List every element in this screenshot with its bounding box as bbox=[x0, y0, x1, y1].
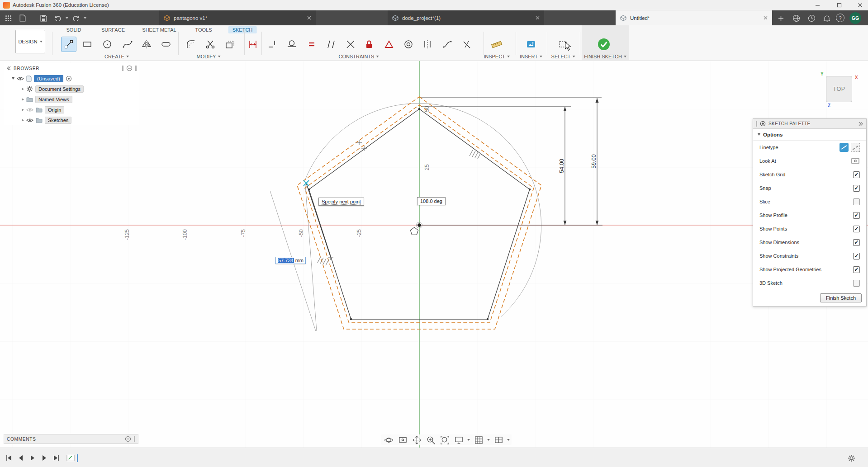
constraints-group-label[interactable]: CONSTRAINTS bbox=[339, 54, 379, 59]
circle-tool-button[interactable] bbox=[100, 37, 114, 52]
expand-arrow-icon[interactable] bbox=[22, 119, 24, 122]
redo-dropdown-caret[interactable] bbox=[81, 14, 90, 23]
tab-label[interactable]: dode_project*(1) bbox=[402, 15, 532, 21]
ribbon-tab-sheet-metal[interactable]: SHEET METAL bbox=[138, 26, 180, 33]
inspect-group-label[interactable]: INSPECT bbox=[484, 54, 510, 59]
curvature-constraint-button[interactable] bbox=[440, 37, 455, 52]
timeline-position-marker[interactable] bbox=[77, 454, 78, 462]
browser-item-label[interactable]: Named Views bbox=[35, 96, 72, 103]
save-icon[interactable] bbox=[39, 14, 48, 23]
browser-item-label[interactable]: Origin bbox=[45, 106, 64, 113]
new-tab-button[interactable] bbox=[776, 14, 785, 23]
close-tab-icon[interactable] bbox=[536, 16, 540, 20]
panel-grip[interactable] bbox=[756, 121, 757, 127]
break-link-button[interactable] bbox=[460, 37, 474, 52]
tab-label[interactable]: Untitled* bbox=[630, 15, 760, 21]
look-at-button[interactable] bbox=[397, 434, 408, 445]
section-expand-icon[interactable] bbox=[758, 133, 760, 136]
document-tab-3-active[interactable]: Untitled* bbox=[616, 10, 772, 25]
file-menu-icon[interactable] bbox=[18, 14, 27, 23]
spline-tool-button[interactable] bbox=[120, 37, 135, 52]
options-section-header[interactable]: Options bbox=[753, 129, 866, 141]
visibility-eye-icon[interactable] bbox=[26, 118, 33, 123]
linetype-solid-icon[interactable] bbox=[840, 143, 849, 152]
concentric-constraint-button[interactable] bbox=[401, 37, 416, 52]
collapse-right-icon[interactable] bbox=[859, 122, 863, 126]
workspace-switcher[interactable]: DESIGN bbox=[15, 30, 45, 53]
horizontal-vertical-constraint-button[interactable] bbox=[265, 37, 280, 52]
browser-item-document-settings[interactable]: Document Settings bbox=[4, 84, 139, 94]
create-group-label[interactable]: CREATE bbox=[104, 54, 129, 59]
grid-settings-button[interactable] bbox=[473, 434, 484, 445]
modify-group-label[interactable]: MODIFY bbox=[197, 54, 221, 59]
display-settings-caret[interactable] bbox=[467, 439, 470, 441]
slice-checkbox[interactable] bbox=[853, 198, 860, 205]
insert-group-label[interactable]: INSERT bbox=[520, 54, 542, 59]
ribbon-tab-tools[interactable]: TOOLS bbox=[191, 26, 216, 33]
display-settings-icon[interactable] bbox=[126, 65, 133, 71]
close-window-button[interactable] bbox=[852, 0, 868, 10]
document-tab-2[interactable]: dode_project*(1) bbox=[388, 10, 544, 25]
insert-image-button[interactable] bbox=[524, 37, 538, 52]
display-settings-button[interactable] bbox=[453, 434, 464, 445]
orbit-button[interactable] bbox=[383, 434, 394, 445]
trim-tool-button[interactable] bbox=[203, 37, 218, 52]
midpoint-constraint-button[interactable] bbox=[382, 37, 396, 52]
expand-arrow-icon[interactable] bbox=[22, 98, 24, 101]
expand-arrow-icon[interactable] bbox=[22, 88, 24, 90]
active-component-radio-icon[interactable] bbox=[66, 75, 72, 82]
ribbon-tab-solid[interactable]: SOLID bbox=[62, 26, 85, 33]
show-points-checkbox[interactable] bbox=[853, 226, 860, 232]
show-profile-checkbox[interactable] bbox=[853, 212, 860, 219]
tangent-constraint-button[interactable] bbox=[285, 37, 299, 52]
help-icon[interactable]: ? bbox=[836, 14, 844, 22]
viewports-button[interactable] bbox=[493, 434, 504, 445]
show-constraints-checkbox[interactable] bbox=[853, 253, 860, 259]
browser-item-origin[interactable]: Origin bbox=[4, 104, 139, 115]
panel-grip[interactable] bbox=[135, 66, 137, 71]
sketch-palette-header[interactable]: SKETCH PALETTE bbox=[753, 119, 866, 129]
redo-icon[interactable] bbox=[71, 14, 81, 23]
grid-settings-caret[interactable] bbox=[487, 439, 490, 441]
timeline-step-back-button[interactable] bbox=[16, 453, 25, 462]
notifications-bell-icon[interactable] bbox=[822, 14, 831, 23]
maximize-button[interactable] bbox=[831, 0, 847, 10]
browser-root-node[interactable]: (Unsaved) bbox=[34, 75, 63, 82]
app-grid-icon[interactable] bbox=[4, 14, 13, 23]
3d-sketch-checkbox[interactable] bbox=[853, 280, 860, 287]
ribbon-tab-sketch[interactable]: SKETCH bbox=[228, 26, 257, 33]
browser-header[interactable]: BROWSER bbox=[4, 63, 139, 73]
visibility-eye-icon[interactable] bbox=[17, 76, 24, 81]
browser-item-label[interactable]: Sketches bbox=[45, 117, 71, 124]
symmetry-constraint-button[interactable] bbox=[420, 37, 435, 52]
sketch-dimension-button[interactable] bbox=[246, 37, 260, 52]
slot-tool-button[interactable] bbox=[159, 37, 173, 52]
view-cube[interactable]: TOP bbox=[826, 76, 852, 102]
undo-dropdown-caret[interactable] bbox=[62, 14, 71, 23]
viewports-caret[interactable] bbox=[507, 439, 510, 441]
look-at-icon[interactable] bbox=[851, 156, 860, 165]
fix-constraint-button[interactable] bbox=[362, 37, 376, 52]
comments-options-icon[interactable] bbox=[125, 436, 131, 442]
show-projected-geometries-checkbox[interactable] bbox=[853, 266, 860, 273]
view-cube-face-label[interactable]: TOP bbox=[833, 86, 845, 92]
tab-label[interactable]: pantagono v1* bbox=[174, 15, 304, 21]
finish-sketch-palette-button[interactable]: Finish Sketch bbox=[820, 293, 862, 302]
job-status-clock-icon[interactable] bbox=[807, 14, 816, 23]
origin-point[interactable] bbox=[417, 223, 421, 227]
close-tab-icon[interactable] bbox=[764, 16, 768, 20]
extensions-globe-icon[interactable] bbox=[792, 14, 801, 23]
linetype-construction-icon[interactable] bbox=[851, 143, 860, 152]
close-tab-icon[interactable] bbox=[307, 16, 311, 20]
pan-button[interactable] bbox=[411, 434, 422, 445]
snap-checkbox[interactable] bbox=[853, 185, 860, 192]
zoom-button[interactable] bbox=[425, 434, 436, 445]
finish-sketch-button[interactable] bbox=[597, 37, 611, 52]
timeline-play-button[interactable] bbox=[28, 453, 37, 462]
select-group-label[interactable]: SELECT bbox=[551, 54, 575, 59]
dimension-value-59[interactable]: 59.00 bbox=[591, 154, 597, 168]
mirror-tool-button[interactable] bbox=[139, 37, 154, 52]
visibility-eye-off-icon[interactable] bbox=[26, 107, 33, 113]
browser-item-sketches[interactable]: Sketches bbox=[4, 115, 139, 125]
sketch-grid-checkbox[interactable] bbox=[853, 171, 860, 178]
